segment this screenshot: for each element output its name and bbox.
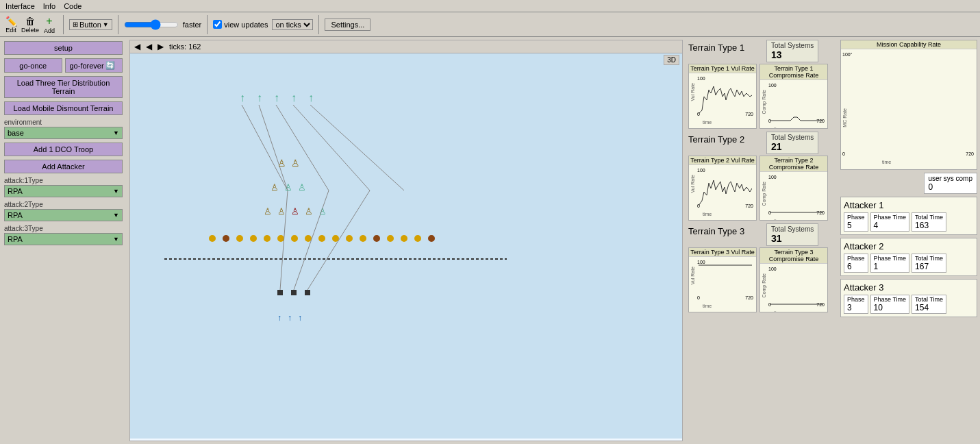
- speed-slider[interactable]: [124, 19, 179, 30]
- dot-1: [209, 235, 216, 242]
- blue-arrow-2: ↑: [288, 313, 292, 323]
- terrain-2-comp-ylabel: Comp Rate: [762, 182, 766, 206]
- attacker-1-phase-label: Phase: [847, 214, 865, 221]
- dot-14: [387, 235, 394, 242]
- terrain-1-charts: Terrain Type 1 Vul Rate 100 0 720 Vul Ra…: [688, 64, 838, 129]
- arrow-4: ↑: [291, 92, 297, 103]
- view-updates-check[interactable]: view updates: [213, 20, 268, 29]
- dot-2: [223, 235, 229, 242]
- terrain-2-vul-xlabel: time: [703, 212, 712, 217]
- user-sys-comp-container: user sys comp 0: [840, 173, 977, 194]
- environment-dropdown[interactable]: base ▼: [4, 127, 123, 139]
- terrain-2-vul-title: Terrain Type 2 Vul Rate: [689, 156, 756, 165]
- terrain-3-charts: Terrain Type 3 Vul Rate 100 0 720 Vul Ra…: [688, 247, 838, 312]
- delete-button[interactable]: 🗑 Delete: [22, 16, 38, 33]
- attacker-2-phase-box: Phase 6: [844, 254, 868, 273]
- main-layout: setup go-once go-forever 🔄 Load Three Ti…: [0, 37, 980, 444]
- dot-13: [373, 235, 380, 242]
- attacker-3-phase-box: Phase 3: [844, 295, 868, 314]
- terrain-1-label: Terrain Type 1: [688, 40, 764, 53]
- attacker-1-phase-box: Phase 5: [844, 212, 868, 232]
- attacker-1-phase-value: 5: [847, 221, 865, 230]
- dot-5: [264, 235, 271, 242]
- line-1: [242, 105, 288, 190]
- setup-button[interactable]: setup: [4, 41, 123, 55]
- terrain-2-ts-value: 21: [771, 141, 814, 152]
- arrow-2: ↑: [257, 92, 262, 103]
- add-dco-button[interactable]: Add 1 DCO Troop: [4, 143, 123, 156]
- mission-capability-chart: Mission Capability Rate 100 0 720 MC Rat…: [840, 40, 977, 170]
- add-button[interactable]: + Add: [41, 16, 58, 33]
- terrain-1-comp-xlabel: time: [774, 127, 783, 129]
- terrain-2-vul-inner: 100 0 720 Vul Rate time: [689, 165, 756, 218]
- edit-button[interactable]: ✏️ Edit: [3, 16, 19, 33]
- view-updates-checkbox[interactable]: [213, 20, 222, 29]
- terrain-2-comp-xlabel: time: [774, 219, 783, 221]
- attack3type-dropdown[interactable]: RPA ▼: [4, 233, 123, 245]
- canvas-forward-icon[interactable]: ▶: [158, 42, 164, 51]
- user-sys-comp-box: user sys comp 0: [924, 173, 977, 194]
- attacker-1-total-time-value: 163: [915, 221, 943, 230]
- attacker-1-phase-time-value: 4: [874, 221, 907, 230]
- go-forever-icon: 🔄: [105, 61, 115, 70]
- dot-9: [318, 235, 325, 242]
- terrain-3-vul-title: Terrain Type 3 Vul Rate: [689, 248, 756, 257]
- terrain-1-comp-ylabel: Comp Rate: [762, 90, 766, 114]
- arrow-3: ↑: [274, 92, 279, 103]
- terrain-3-comp-title: Terrain Type 3 Compromise Rate: [760, 248, 827, 264]
- terrain-1-total-box: Total Systems 13: [766, 40, 818, 62]
- line-5: [310, 105, 404, 190]
- attacker-2-phase-time-value: 1: [874, 262, 907, 271]
- attack1type-dropdown[interactable]: RPA ▼: [4, 185, 123, 197]
- attack1type-group: attack:1Type RPA ▼: [4, 177, 123, 197]
- terrain-3-comp-chart: Terrain Type 3 Compromise Rate 100 0 720…: [759, 247, 828, 312]
- terrain-3-label: Terrain Type 3: [688, 223, 764, 236]
- terrain-2-ts-label: Total Systems: [771, 134, 814, 141]
- attacker-2-total-time-value: 167: [915, 262, 943, 271]
- attacker-3-phase-time-box: Phase Time 10: [870, 295, 910, 314]
- terrain-2-header: Terrain Type 2 Total Systems 21: [688, 132, 838, 154]
- load-mobile-button[interactable]: Load Mobile Dismount Terrain: [4, 101, 123, 115]
- attack1type-label: attack:1Type: [4, 177, 123, 184]
- terrain-1-ts-value: 13: [771, 49, 814, 60]
- attacker-3: [305, 290, 310, 295]
- add-attacker-button[interactable]: Add Attacker: [4, 160, 123, 173]
- terrain-3-comp-ylabel: Comp Rate: [762, 273, 766, 297]
- load-three-tier-button[interactable]: Load Three Tier Distribution Terrain: [4, 76, 123, 98]
- menu-code[interactable]: Code: [61, 2, 84, 10]
- terrain-3-ts-value: 31: [771, 233, 814, 244]
- menu-bar: Interface Info Code: [0, 0, 980, 12]
- button-type-dropdown[interactable]: ⊞ Button ▼: [69, 19, 112, 30]
- mission-cap-ylabel: MC Rate: [842, 108, 847, 127]
- attack2type-dropdown[interactable]: RPA ▼: [4, 209, 123, 221]
- menu-info[interactable]: Info: [40, 2, 58, 10]
- attacker-2-phase-time-label: Phase Time: [874, 255, 907, 262]
- dot-11: [346, 235, 353, 242]
- menu-interface[interactable]: Interface: [3, 2, 38, 10]
- attack2type-group: attack:2Type RPA ▼: [4, 201, 123, 221]
- dot-6: [277, 235, 284, 242]
- attacker-3-phase-time-label: Phase Time: [874, 296, 907, 303]
- go-once-button[interactable]: go-once: [4, 58, 62, 73]
- user-sys-comp-value: 0: [929, 182, 972, 192]
- blue-arrow-3: ↑: [298, 313, 302, 323]
- troop-8: ♙: [291, 206, 299, 217]
- terrain-1-section: Terrain Type 1 Total Systems 13 Terrain …: [688, 40, 838, 129]
- toolbar-icons: ✏️ Edit 🗑 Delete + Add: [3, 16, 58, 33]
- troop-3: ♙: [271, 182, 279, 193]
- canvas-rewind-icon[interactable]: ◀: [134, 42, 140, 51]
- canvas-content[interactable]: 3D ↑ ↑ ↑ ↑ ↑ ♙ ♙ ♙ ♙ ♙: [130, 53, 682, 439]
- terrain-3-total-box: Total Systems 31: [766, 223, 818, 246]
- attacker-3-section: Attacker 3 Phase 3 Phase Time 10 Total T…: [840, 279, 977, 317]
- attacker-3-total-time-label: Total Time: [915, 296, 943, 303]
- ticks-select[interactable]: on ticks: [272, 19, 313, 30]
- attacker-2-total-time-box: Total Time 167: [912, 254, 946, 273]
- attacker-3-phase-label: Phase: [847, 296, 865, 303]
- settings-button[interactable]: Settings...: [325, 18, 370, 31]
- canvas-back-icon[interactable]: ◀: [146, 42, 152, 51]
- attacker-3-fields: Phase 3 Phase Time 10 Total Time 154: [844, 295, 974, 314]
- go-forever-button[interactable]: go-forever 🔄: [65, 58, 123, 73]
- attacker-1-phase-time-box: Phase Time 4: [870, 212, 910, 232]
- environment-group: environment base ▼: [4, 119, 123, 139]
- terrain-2-total-box: Total Systems 21: [766, 132, 818, 154]
